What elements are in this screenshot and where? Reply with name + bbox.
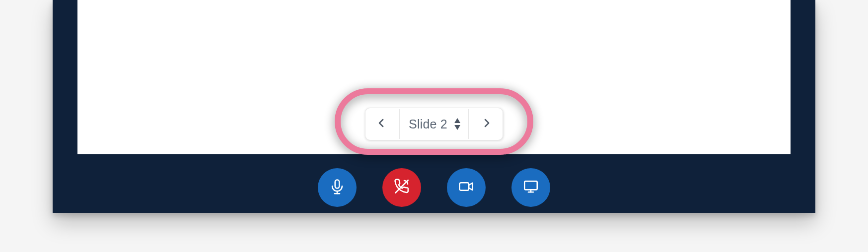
slide-select-label: Slide 2 [409,117,447,131]
svg-marker-1 [454,125,460,130]
svg-rect-6 [460,183,469,190]
call-toolbar [53,168,815,207]
svg-marker-0 [454,118,460,123]
slide-select[interactable]: Slide 2 [399,109,469,139]
hangup-icon [393,178,410,197]
svg-rect-2 [335,180,340,189]
mic-icon [329,178,346,197]
chevron-left-icon [375,117,387,131]
slide-nav: Slide 2 [365,108,503,140]
monitor-icon [522,178,539,197]
share-screen-button[interactable] [511,168,550,207]
next-slide-button[interactable] [472,109,502,139]
prev-slide-button[interactable] [366,109,396,139]
svg-rect-8 [524,181,537,189]
stepper-arrows-icon [453,118,461,130]
camera-icon [458,178,475,197]
camera-button[interactable] [447,168,486,207]
app-frame: Slide 2 [53,0,815,213]
chevron-right-icon [481,117,493,131]
hangup-button[interactable] [382,168,421,207]
mic-button[interactable] [318,168,357,207]
